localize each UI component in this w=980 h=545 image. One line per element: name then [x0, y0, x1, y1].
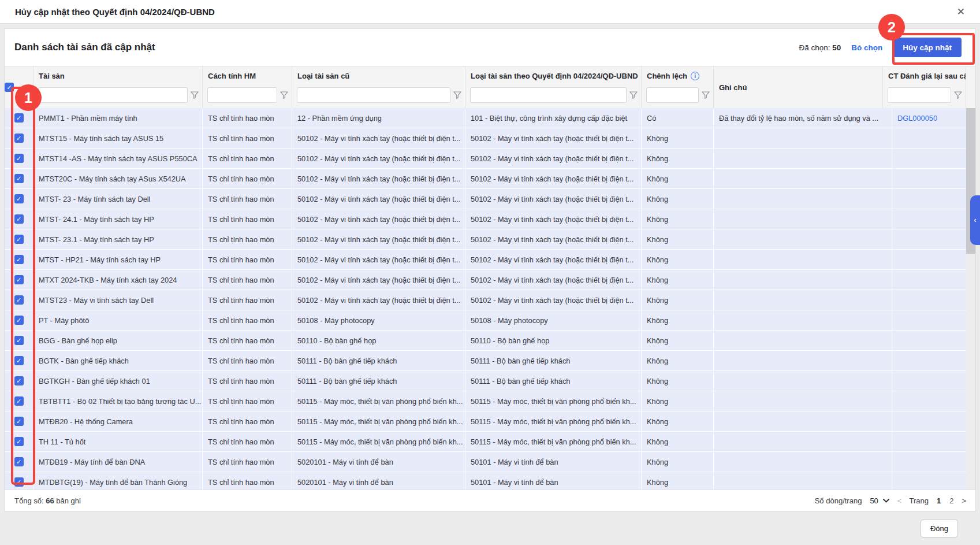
collapse-panel-tab[interactable]: ‹ [970, 195, 980, 245]
vertical-scrollbar[interactable] [966, 108, 975, 490]
table-row[interactable]: ✓ BGTK - Bàn ghế tiếp khách TS chỉ tính … [5, 351, 975, 371]
table-row[interactable]: ✓ BGTKGH - Bàn ghế tiếp khách 01 TS chỉ … [5, 371, 975, 391]
table-row[interactable]: ✓ MTST- 23 - Máy tính sách tay Dell TS c… [5, 189, 975, 209]
panel-title: Danh sách tài sản đã cập nhật [14, 42, 155, 53]
dialog-bottom-bar: Đóng [0, 512, 980, 545]
table-row[interactable]: ✓ MTST15 - Máy tính sách tay ASUS 15 TS … [5, 128, 975, 149]
chevron-down-icon [883, 499, 889, 503]
cell-method: TS chỉ tính hao mòn [203, 270, 292, 290]
table-row[interactable]: ✓ MTXT 2024-TKB - Máy tính xách tay 2024… [5, 270, 975, 290]
table-row[interactable]: ✓ MTĐB19 - Máy tính để bàn ĐNA TS chỉ tí… [5, 452, 975, 472]
rows-per-page-select[interactable]: 50 [870, 496, 889, 505]
row-checkbox[interactable]: ✓ [14, 316, 24, 325]
row-checkbox[interactable]: ✓ [14, 275, 24, 284]
cell-note [714, 189, 892, 209]
row-checkbox[interactable]: ✓ [14, 113, 24, 123]
cell-note [714, 371, 892, 391]
filter-icon[interactable] [191, 91, 199, 99]
cell-note [714, 290, 892, 310]
row-checkbox[interactable]: ✓ [14, 336, 24, 345]
filter-icon[interactable] [629, 91, 638, 99]
filter-input-old-type[interactable] [297, 87, 450, 103]
cell-new-type: 50102 - Máy vi tính xách tay (hoặc thiết… [465, 209, 642, 229]
cell-diff: Không [642, 371, 714, 391]
cell-note [714, 270, 892, 290]
table-row[interactable]: ✓ TBTBTT1 - Bộ 02 Thiết bị tạo bảng tươn… [5, 391, 975, 411]
row-checkbox[interactable]: ✓ [14, 154, 24, 163]
filter-icon[interactable] [453, 91, 461, 99]
pagination: < Trang 1 2 > [897, 496, 966, 505]
deselect-link[interactable]: Bỏ chọn [851, 43, 882, 52]
row-checkbox[interactable]: ✓ [14, 235, 24, 244]
total-records-text: Tổng số: 66 bản ghi [14, 496, 81, 505]
cell-new-type: 50102 - Máy vi tính xách tay (hoặc thiết… [465, 290, 642, 310]
table-row[interactable]: ✓ MTĐB20 - Hệ thống Camera TS chỉ tính h… [5, 411, 975, 432]
row-checkbox[interactable]: ✓ [14, 417, 24, 426]
ct-revaluation-link[interactable]: DGL000050 [897, 114, 937, 123]
cell-new-type: 50115 - Máy móc, thiết bị văn phòng phổ … [465, 391, 642, 411]
close-dialog-button[interactable]: Đóng [921, 520, 958, 537]
table-row[interactable]: ✓ TH 11 - Tủ hốt TS chỉ tính hao mòn 501… [5, 432, 975, 452]
filter-input-method[interactable] [207, 87, 277, 103]
page-number-2[interactable]: 2 [949, 496, 954, 505]
filter-input-ct[interactable] [888, 87, 951, 103]
cell-old-type: 50115 - Máy móc, thiết bị văn phòng phổ … [292, 411, 465, 431]
table-row[interactable]: ✓ MTDBTG(19) - Máy tính để bàn Thánh Gió… [5, 472, 975, 490]
column-header-new-type: Loại tài sản theo Quyết định 04/2024/QĐ-… [465, 66, 641, 86]
table-row[interactable]: ✓ PT - Máy phôtô TS chỉ tính hao mòn 501… [5, 310, 975, 331]
prev-page-button[interactable]: < [897, 496, 902, 505]
page-number-1[interactable]: 1 [936, 496, 941, 505]
table-row[interactable]: ✓ MTST14 -AS - Máy tính sách tay ASUS P5… [5, 149, 975, 169]
table-row[interactable]: ✓ MTST - HP21 - Máy tính sách tay HP TS … [5, 250, 975, 270]
cell-diff: Không [642, 452, 714, 472]
cell-note [714, 169, 892, 188]
cell-asset: BGTK - Bàn ghế tiếp khách [33, 351, 203, 370]
row-checkbox[interactable]: ✓ [14, 134, 24, 143]
row-checkbox[interactable]: ✓ [14, 477, 24, 487]
filter-input-new-type[interactable] [470, 87, 627, 103]
row-checkbox[interactable]: ✓ [14, 214, 24, 224]
row-checkbox[interactable]: ✓ [14, 437, 24, 446]
row-checkbox[interactable]: ✓ [14, 295, 24, 305]
filter-icon[interactable] [954, 91, 962, 99]
cell-new-type: 50108 - Máy photocopy [465, 310, 642, 330]
column-header-asset: Tài sản [33, 66, 202, 86]
dialog-titlebar: Hủy cập nhật theo Quyết định 04/2024/QĐ-… [0, 0, 980, 24]
filter-input-asset[interactable] [38, 87, 188, 103]
table-row[interactable]: ✓ PMMT1 - Phần mềm máy tính TS chỉ tính … [5, 108, 975, 128]
table-row[interactable]: ✓ BGG - Bàn ghế họp elip TS chỉ tính hao… [5, 331, 975, 351]
header-scrollbar-spacer [966, 66, 975, 108]
cell-asset: PT - Máy phôtô [33, 310, 203, 330]
column-header-method: Cách tính HM [203, 66, 292, 86]
row-checkbox[interactable]: ✓ [14, 376, 24, 385]
row-checkbox[interactable]: ✓ [14, 255, 24, 264]
filter-icon[interactable] [280, 91, 288, 99]
cell-new-type: 50102 - Máy vi tính xách tay (hoặc thiết… [465, 149, 642, 168]
info-icon[interactable]: i [691, 72, 699, 80]
filter-icon[interactable] [702, 91, 710, 99]
filter-input-diff[interactable] [646, 87, 699, 103]
total-unit: bản ghi [56, 496, 81, 505]
next-page-button[interactable]: > [962, 496, 966, 505]
table-row[interactable]: ✓ MTST20C - Máy tính sách tay ASus X542U… [5, 169, 975, 189]
cell-asset: PMMT1 - Phần mềm máy tính [33, 108, 203, 128]
cell-note [714, 432, 892, 451]
close-icon[interactable]: ✕ [957, 7, 965, 17]
cell-old-type: 12 - Phần mềm ứng dụng [292, 108, 465, 128]
cell-method: TS chỉ tính hao mòn [203, 250, 292, 269]
total-label: Tổng số: [14, 496, 44, 505]
row-checkbox[interactable]: ✓ [14, 194, 24, 203]
table-row[interactable]: ✓ MTST- 24.1 - Máy tính sách tay HP TS c… [5, 209, 975, 229]
row-checkbox[interactable]: ✓ [14, 174, 24, 183]
row-checkbox[interactable]: ✓ [14, 356, 24, 365]
row-checkbox[interactable]: ✓ [14, 396, 24, 406]
cell-new-type: 50102 - Máy vi tính xách tay (hoặc thiết… [465, 189, 642, 209]
table-row[interactable]: ✓ MTST23 - Máy vi tính sách tay Dell TS … [5, 290, 975, 310]
cell-new-type: 50101 - Máy vi tính để bàn [465, 472, 642, 490]
cell-asset: MTST20C - Máy tính sách tay ASus X542UA [33, 169, 203, 188]
table-row[interactable]: ✓ MTST- 23.1 - Máy tính sách tay HP TS c… [5, 229, 975, 250]
cell-note [714, 149, 892, 168]
row-checkbox[interactable]: ✓ [14, 457, 24, 466]
select-all-checkbox[interactable]: ✓ [5, 83, 14, 92]
cancel-update-button[interactable]: Hủy cập nhật [893, 38, 962, 57]
